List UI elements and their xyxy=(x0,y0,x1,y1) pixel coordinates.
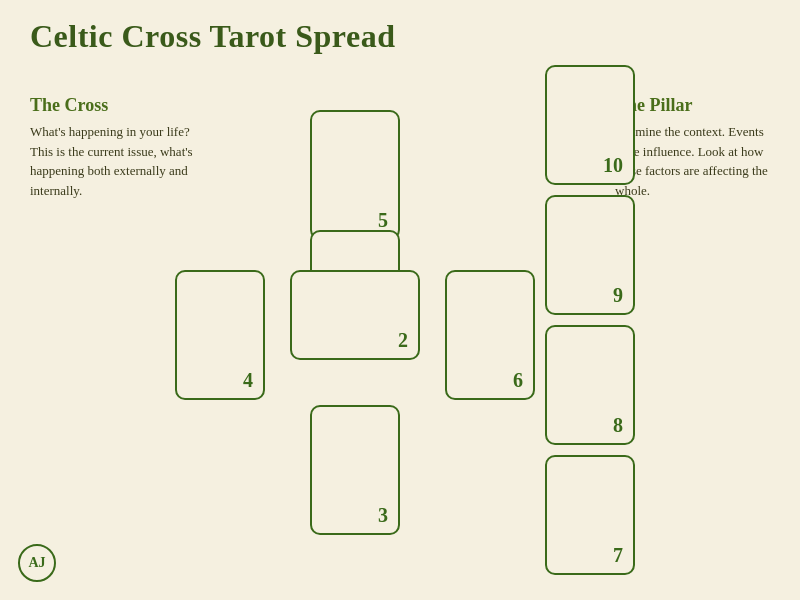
card-9[interactable]: 9 xyxy=(545,195,635,315)
pillar-description: Examine the context. Events have influen… xyxy=(615,122,780,200)
card-9-number: 9 xyxy=(613,284,623,307)
pillar-label: The Pillar xyxy=(615,95,780,116)
card-4[interactable]: 4 xyxy=(175,270,265,400)
card-10-number: 10 xyxy=(603,154,623,177)
page-title: Celtic Cross Tarot Spread xyxy=(30,18,395,55)
card-8[interactable]: 8 xyxy=(545,325,635,445)
card-5-number: 5 xyxy=(378,209,388,232)
logo: AJ xyxy=(18,544,56,582)
card-5[interactable]: 5 xyxy=(310,110,400,240)
cross-label: The Cross xyxy=(30,95,205,116)
card-2[interactable]: 2 xyxy=(290,270,420,360)
card-7[interactable]: 7 xyxy=(545,455,635,575)
pillar-section: The Pillar Examine the context. Events h… xyxy=(615,95,780,200)
cross-description: What's happening in your life? This is t… xyxy=(30,122,205,200)
card-7-number: 7 xyxy=(613,544,623,567)
card-3-number: 3 xyxy=(378,504,388,527)
card-10[interactable]: 10 xyxy=(545,65,635,185)
card-2-number: 2 xyxy=(398,329,408,352)
cross-section: The Cross What's happening in your life?… xyxy=(30,95,205,200)
card-8-number: 8 xyxy=(613,414,623,437)
card-4-number: 4 xyxy=(243,369,253,392)
card-6[interactable]: 6 xyxy=(445,270,535,400)
card-6-number: 6 xyxy=(513,369,523,392)
card-3[interactable]: 3 xyxy=(310,405,400,535)
